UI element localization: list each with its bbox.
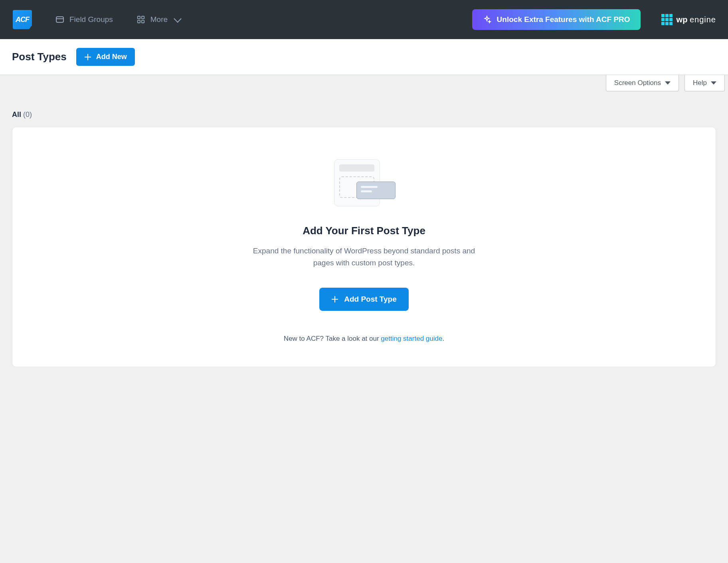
empty-state-card: Add Your First Post Type Expand the func…	[12, 127, 716, 367]
svg-rect-0	[56, 17, 63, 22]
help-tab[interactable]: Help	[684, 75, 725, 91]
button-label: Add Post Type	[344, 295, 397, 304]
tab-label: Help	[693, 79, 707, 87]
page-header: Post Types Add New	[0, 39, 728, 75]
plus-icon	[331, 296, 338, 303]
add-post-type-button[interactable]: Add Post Type	[319, 288, 409, 311]
plus-icon	[84, 53, 91, 61]
svg-rect-4	[138, 20, 140, 23]
triangle-down-icon	[665, 81, 671, 85]
grid-icon	[136, 15, 146, 24]
add-new-button[interactable]: Add New	[76, 48, 135, 66]
tabs-row: Screen Options Help	[0, 75, 728, 91]
wp-engine-logo[interactable]: wp engine	[661, 14, 716, 25]
add-new-label: Add New	[96, 53, 127, 61]
tab-label: Screen Options	[614, 79, 661, 87]
nav-label: Field Groups	[69, 15, 113, 24]
empty-description: Expand the functionality of WordPress be…	[248, 245, 480, 269]
filter-count: (0)	[23, 111, 32, 119]
unlock-pro-button[interactable]: Unlock Extra Features with ACF PRO	[472, 9, 641, 30]
getting-started-link[interactable]: getting started guide	[381, 335, 442, 342]
svg-rect-2	[138, 16, 140, 19]
nav-field-groups[interactable]: Field Groups	[55, 15, 113, 24]
svg-rect-3	[142, 16, 144, 19]
nav-more[interactable]: More	[136, 15, 180, 24]
triangle-down-icon	[711, 81, 716, 85]
wp-engine-text: wp engine	[677, 15, 716, 24]
screen-options-tab[interactable]: Screen Options	[606, 75, 679, 91]
svg-rect-5	[142, 20, 144, 23]
top-bar: ACF Field Groups More	[0, 0, 728, 39]
nav-label: More	[150, 15, 168, 24]
empty-illustration	[334, 159, 394, 207]
filter-row: All (0)	[0, 91, 728, 127]
page-title: Post Types	[12, 51, 67, 63]
empty-title: Add Your First Post Type	[28, 225, 700, 237]
filter-all[interactable]: All (0)	[12, 111, 32, 119]
unlock-label: Unlock Extra Features with ACF PRO	[497, 15, 630, 24]
chevron-down-icon	[174, 15, 182, 23]
sparkle-icon	[483, 15, 491, 24]
layout-icon	[55, 15, 65, 24]
help-text: New to ACF? Take a look at our getting s…	[28, 335, 700, 343]
acf-logo[interactable]: ACF	[13, 10, 32, 29]
wp-engine-icon	[661, 14, 673, 25]
